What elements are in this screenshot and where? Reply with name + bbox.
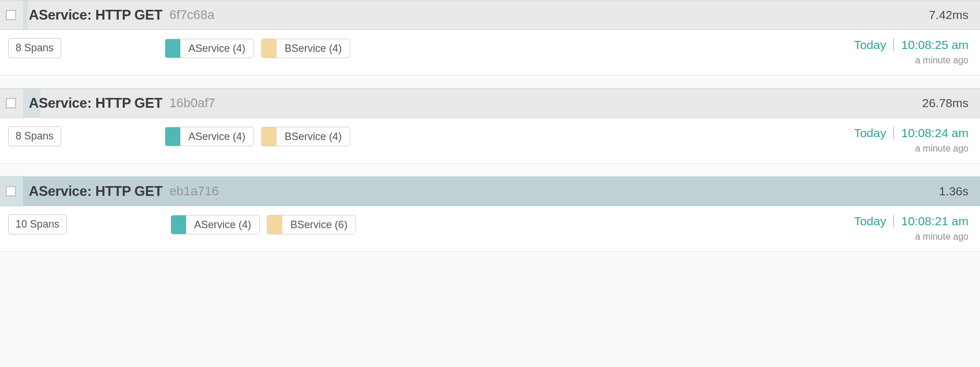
- select-trace-checkbox[interactable]: [6, 10, 16, 20]
- trace-title: AService: HTTP GET: [29, 183, 162, 199]
- time-relative: a minute ago: [854, 232, 968, 242]
- service-tag[interactable]: BService (6): [267, 215, 356, 234]
- spans-count[interactable]: 8 Spans: [8, 38, 61, 58]
- trace-body: 10 SpansAService (4)BService (6)Today10:…: [0, 206, 980, 252]
- trace-item[interactable]: AService: HTTP GET6f7c68a7.42ms8 SpansAS…: [0, 0, 980, 75]
- time-relative: a minute ago: [854, 143, 968, 154]
- spans-count[interactable]: 8 Spans: [8, 126, 61, 146]
- trace-body-left: 8 SpansAService (4)BService (4): [8, 126, 350, 146]
- service-color-swatch: [267, 215, 282, 234]
- trace-header-left: AService: HTTP GET6f7c68a: [0, 7, 214, 23]
- service-tag-label: BService (6): [282, 215, 355, 234]
- service-tag-label: AService (4): [180, 39, 253, 58]
- service-tag[interactable]: AService (4): [171, 215, 260, 234]
- trace-duration: 7.42ms: [929, 8, 968, 22]
- trace-duration: 1.36s: [939, 184, 968, 198]
- select-trace-checkbox[interactable]: [6, 98, 16, 108]
- time-clock: 10:08:25 am: [901, 38, 968, 52]
- service-tag-label: BService (4): [277, 127, 350, 146]
- time-day: Today: [854, 126, 886, 140]
- service-tag-label: BService (4): [277, 39, 350, 58]
- service-color-swatch: [262, 39, 277, 58]
- service-color-swatch: [165, 39, 180, 58]
- spans-count[interactable]: 10 Spans: [8, 214, 67, 234]
- service-tags: AService (4)BService (6): [171, 215, 356, 234]
- service-tag[interactable]: AService (4): [165, 127, 254, 146]
- time-relative: a minute ago: [854, 55, 968, 66]
- time-day: Today: [854, 38, 886, 52]
- time-clock: 10:08:21 am: [901, 214, 968, 228]
- service-tag[interactable]: AService (4): [165, 39, 254, 58]
- service-color-swatch: [165, 127, 180, 146]
- service-tags: AService (4)BService (4): [165, 127, 350, 146]
- trace-body: 8 SpansAService (4)BService (4)Today10:0…: [0, 30, 980, 75]
- trace-duration: 26.78ms: [922, 96, 968, 110]
- trace-id: 16b0af7: [169, 96, 215, 111]
- trace-item[interactable]: AService: HTTP GET16b0af726.78ms8 SpansA…: [0, 88, 980, 164]
- trace-time: Today10:08:24 ama minute ago: [854, 126, 968, 154]
- trace-list: AService: HTTP GET6f7c68a7.42ms8 SpansAS…: [0, 0, 980, 252]
- time-row: Today10:08:25 am: [854, 38, 968, 52]
- time-separator: [893, 39, 894, 51]
- time-separator: [893, 215, 894, 228]
- trace-body-left: 10 SpansAService (4)BService (6): [8, 214, 356, 234]
- time-row: Today10:08:24 am: [854, 126, 968, 140]
- time-clock: 10:08:24 am: [901, 126, 968, 140]
- trace-header[interactable]: AService: HTTP GET6f7c68a7.42ms: [0, 0, 980, 30]
- trace-id: eb1a716: [169, 184, 219, 199]
- service-color-swatch: [262, 127, 277, 146]
- trace-header-left: AService: HTTP GETeb1a716: [0, 183, 219, 199]
- service-tag-label: AService (4): [186, 215, 259, 234]
- trace-id: 6f7c68a: [169, 7, 214, 22]
- trace-title: AService: HTTP GET: [29, 7, 162, 23]
- trace-item[interactable]: AService: HTTP GETeb1a7161.36s10 SpansAS…: [0, 176, 980, 252]
- service-tag[interactable]: BService (4): [261, 127, 350, 146]
- trace-header-left: AService: HTTP GET16b0af7: [0, 95, 215, 111]
- service-tag[interactable]: BService (4): [261, 39, 350, 58]
- trace-body: 8 SpansAService (4)BService (4)Today10:0…: [0, 118, 980, 164]
- trace-header[interactable]: AService: HTTP GET16b0af726.78ms: [0, 88, 980, 118]
- trace-header[interactable]: AService: HTTP GETeb1a7161.36s: [0, 176, 980, 206]
- service-tag-label: AService (4): [180, 127, 253, 146]
- select-trace-checkbox[interactable]: [6, 186, 16, 196]
- trace-title: AService: HTTP GET: [29, 95, 162, 111]
- time-separator: [893, 127, 894, 139]
- time-row: Today10:08:21 am: [854, 214, 968, 228]
- trace-body-left: 8 SpansAService (4)BService (4): [8, 38, 350, 58]
- service-tags: AService (4)BService (4): [165, 39, 350, 58]
- trace-time: Today10:08:25 ama minute ago: [854, 38, 968, 66]
- time-day: Today: [854, 214, 886, 228]
- service-color-swatch: [171, 215, 186, 234]
- trace-time: Today10:08:21 ama minute ago: [854, 214, 968, 242]
